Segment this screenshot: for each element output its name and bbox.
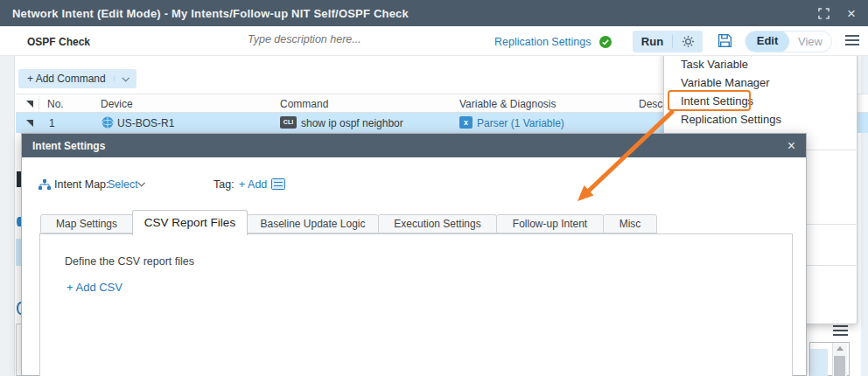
scrollbar-thumb[interactable] xyxy=(834,356,845,376)
toolbar-hamburger-icon[interactable] xyxy=(845,35,859,37)
scroll-up-icon[interactable] xyxy=(836,346,844,351)
row-number: 1 xyxy=(49,117,55,129)
edit-view-toggle: Edit View xyxy=(745,31,832,52)
cli-badge: CLI xyxy=(280,116,297,129)
csv-description: Define the CSV report files xyxy=(65,255,194,268)
close-window-icon[interactable]: × xyxy=(847,6,856,21)
chevron-down-icon[interactable] xyxy=(137,179,144,186)
maximize-icon[interactable] xyxy=(818,8,830,19)
intent-map-icon xyxy=(38,179,51,191)
toggle-edit[interactable]: Edit xyxy=(746,31,789,52)
run-settings-button[interactable] xyxy=(673,35,703,48)
check-circle-icon xyxy=(599,36,612,48)
toggle-view[interactable]: View xyxy=(789,35,831,48)
column-device: Device xyxy=(101,98,133,110)
run-button[interactable]: Run xyxy=(633,35,672,48)
background-panel-fragment xyxy=(810,349,828,376)
menu-item-variable-manager[interactable]: Variable Manager xyxy=(664,73,858,92)
gear-icon xyxy=(682,35,695,48)
column-command: Command xyxy=(280,98,328,110)
window-title: Network Intent (Edit Mode) - My Intents/… xyxy=(12,7,409,20)
left-rail xyxy=(0,56,15,376)
tab-execution-settings[interactable]: Execution Settings xyxy=(378,214,497,233)
hamburger-menu-icon[interactable] xyxy=(833,325,848,327)
device-icon xyxy=(102,116,114,129)
modal-title: Intent Settings xyxy=(32,140,105,152)
variable-icon: x xyxy=(459,116,472,129)
add-command-label: + Add Command xyxy=(27,73,106,85)
intent-map-select[interactable]: Select xyxy=(108,178,138,191)
replication-settings-link[interactable]: Replication Settings xyxy=(494,36,591,48)
tag-label: Tag: xyxy=(214,178,234,191)
menu-item-task-variable[interactable]: Task Variable xyxy=(664,55,858,73)
add-csv-link[interactable]: + Add CSV xyxy=(66,281,122,294)
titlebar[interactable]: Network Intent (Edit Mode) - My Intents/… xyxy=(0,0,868,26)
chevron-down-icon xyxy=(122,74,129,81)
add-command-button[interactable]: + Add Command xyxy=(18,69,136,88)
modal-header[interactable]: Intent Settings × xyxy=(22,134,806,157)
intent-name: OSPF Check xyxy=(27,36,90,48)
save-icon[interactable] xyxy=(718,33,732,48)
tag-list-icon[interactable] xyxy=(271,178,285,190)
row-collapse-icon[interactable] xyxy=(26,120,33,127)
close-icon[interactable]: × xyxy=(788,138,795,154)
command-text[interactable]: show ip ospf neighbor xyxy=(301,117,403,129)
tab-baseline-update-logic[interactable]: Baseline Update Logic xyxy=(247,214,379,233)
tab-map-settings[interactable]: Map Settings xyxy=(40,214,133,233)
menu-item-replication-settings[interactable]: Replication Settings xyxy=(664,110,858,129)
column-separator xyxy=(38,96,39,112)
collapse-all-icon[interactable] xyxy=(26,101,33,108)
description-input[interactable] xyxy=(248,33,414,45)
highlight-annotation-box xyxy=(668,90,751,111)
tab-follow-up-intent[interactable]: Follow-up Intent xyxy=(496,214,604,233)
add-command-dropdown[interactable] xyxy=(114,76,130,81)
tab-misc[interactable]: Misc xyxy=(603,214,657,233)
column-variable-diagnosis: Variable & Diagnosis xyxy=(459,98,556,110)
column-no: No. xyxy=(47,98,64,110)
app-window: + Add Command No. Device Command Variabl… xyxy=(0,0,868,376)
parser-link[interactable]: Parser (1 Variable) xyxy=(477,117,564,129)
tag-add-link[interactable]: + Add xyxy=(239,178,267,191)
csv-tab-panel: Define the CSV report files + Add CSV xyxy=(39,233,793,376)
intent-settings-modal: Intent Settings × Intent Map: Select Tag… xyxy=(21,133,807,376)
run-button-group: Run xyxy=(633,31,703,52)
intent-map-label: Intent Map: xyxy=(54,178,109,191)
toolbar xyxy=(0,26,868,56)
device-name[interactable]: US-BOS-R1 xyxy=(117,117,174,129)
tab-csv-report-files[interactable]: CSV Report Files xyxy=(132,210,248,235)
